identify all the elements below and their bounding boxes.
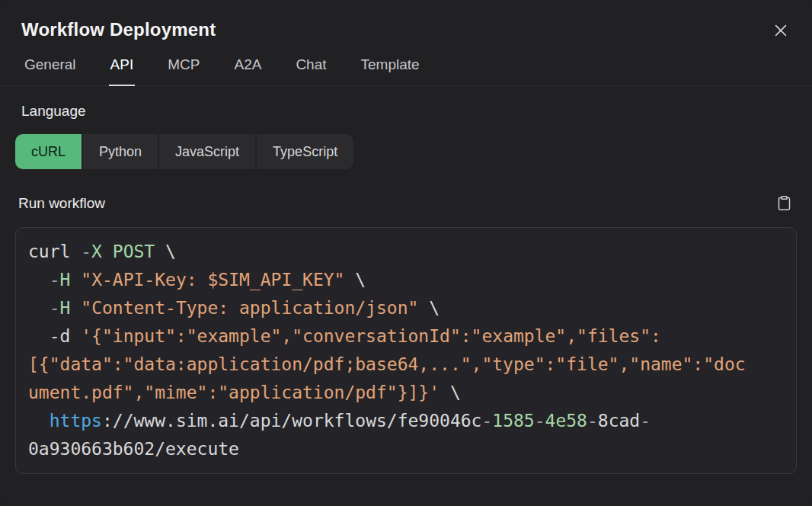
tab-a2a[interactable]: A2A — [232, 56, 263, 86]
language-option-python[interactable]: Python — [83, 134, 158, 169]
language-section: Language cURLPythonJavaScriptTypeScript — [0, 103, 812, 169]
tab-chat[interactable]: Chat — [294, 56, 328, 86]
language-option-curl[interactable]: cURL — [15, 134, 82, 169]
close-icon — [772, 22, 789, 39]
modal-header: Workflow Deployment — [0, 0, 812, 40]
run-workflow-row: Run workflow — [0, 194, 812, 212]
copy-button[interactable] — [776, 194, 792, 212]
workflow-deployment-modal: Workflow Deployment GeneralAPIMCPA2AChat… — [0, 0, 812, 506]
language-selector: cURLPythonJavaScriptTypeScript — [15, 134, 353, 169]
code-line: -H "X-API-Key: $SIM_API_KEY" \ — [28, 266, 784, 294]
tab-api[interactable]: API — [109, 56, 136, 86]
clipboard-icon — [776, 194, 792, 212]
close-button[interactable] — [771, 21, 791, 40]
tab-general[interactable]: General — [23, 56, 78, 86]
code-block[interactable]: curl -X POST \ -H "X-API-Key: $SIM_API_K… — [15, 227, 797, 474]
code-line: [{"data":"data:application/pdf;base64,..… — [28, 351, 784, 379]
code-line: 0a930663b602/execute — [28, 435, 784, 463]
tab-bar: GeneralAPIMCPA2AChatTemplate — [0, 56, 812, 86]
code-line: ument.pdf","mime":"application/pdf"}]}' … — [28, 379, 784, 407]
code-line: curl -X POST \ — [28, 238, 784, 266]
language-option-javascript[interactable]: JavaScript — [159, 134, 255, 169]
code-line: -H "Content-Type: application/json" \ — [28, 294, 784, 322]
run-workflow-label: Run workflow — [18, 195, 105, 212]
code-line: -d '{"input":"example","conversationId":… — [28, 322, 784, 351]
language-label: Language — [21, 103, 812, 120]
language-option-typescript[interactable]: TypeScript — [257, 134, 353, 169]
tab-mcp[interactable]: MCP — [166, 56, 201, 86]
code-line: https://www.sim.ai/api/workflows/fe90046… — [28, 407, 784, 435]
tab-template[interactable]: Template — [360, 56, 421, 86]
page-title: Workflow Deployment — [21, 19, 216, 40]
